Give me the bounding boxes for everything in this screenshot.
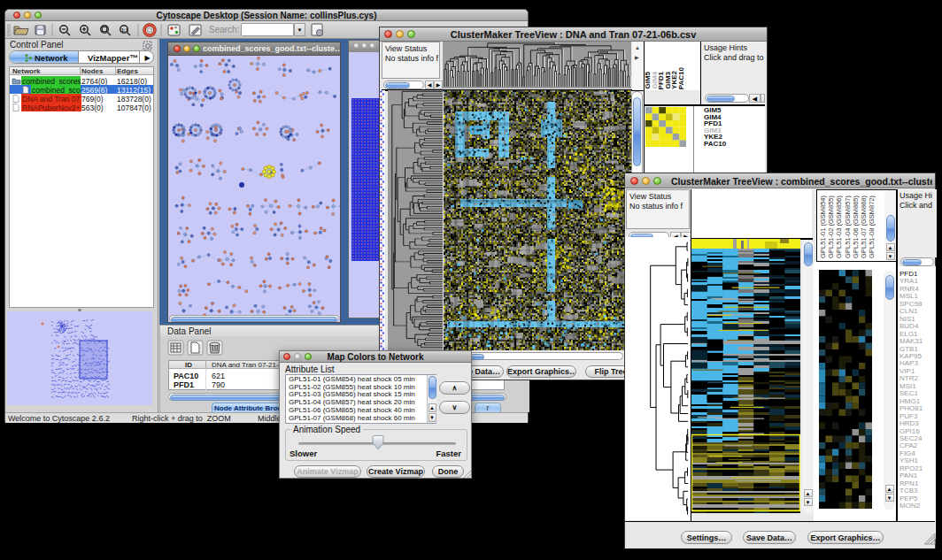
svg-text:1:1: 1:1 (121, 27, 128, 33)
